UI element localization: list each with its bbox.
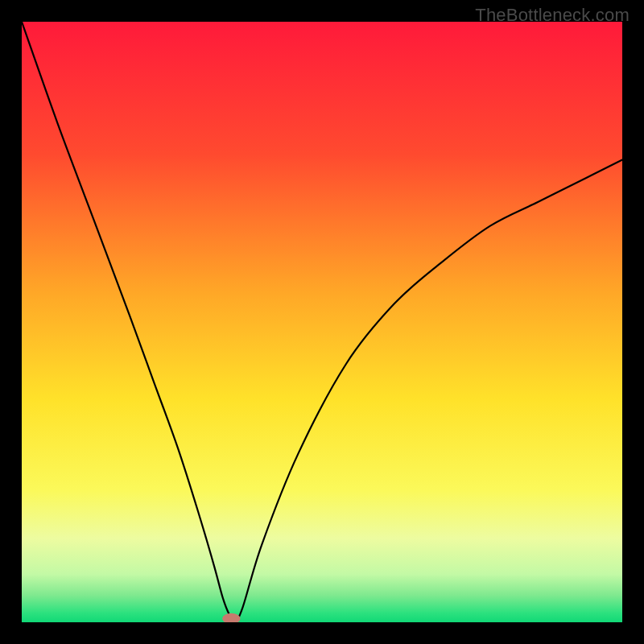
gradient-background	[22, 22, 622, 622]
plot-area	[22, 22, 622, 622]
chart-frame: TheBottleneck.com	[0, 0, 644, 644]
watermark-text: TheBottleneck.com	[475, 5, 630, 26]
plot-svg	[22, 22, 622, 622]
